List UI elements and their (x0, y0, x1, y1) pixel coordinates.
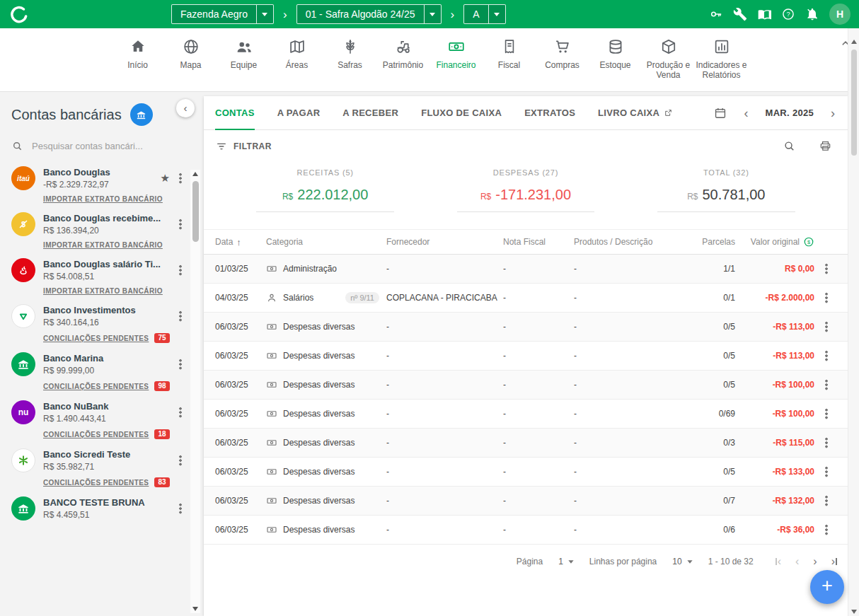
row-options-icon[interactable] (825, 321, 828, 332)
nav-item-safras[interactable]: Safras (324, 37, 376, 81)
row-options-icon[interactable] (825, 524, 828, 535)
current-period[interactable]: MAR. 2025 (766, 107, 814, 118)
conciliacoes-pendentes-link[interactable]: CONCILIAÇÕES PENDENTES (43, 479, 149, 487)
conciliacoes-pendentes-link[interactable]: CONCILIAÇÕES PENDENTES (43, 335, 149, 342)
unit-selector[interactable]: A (463, 4, 505, 24)
bank-account-banco-investimentos[interactable]: Banco Investimentos R$ 340.164,16 CONCIL… (11, 304, 182, 343)
tab-a-receber[interactable]: A RECEBER (342, 96, 398, 130)
bank-account-banco-teste-bruna[interactable]: BANCO TESTE BRUNA R$ 4.459,51 (11, 496, 182, 521)
column-header-fornecedor[interactable]: Fornecedor (386, 237, 503, 247)
more-options-icon[interactable] (179, 219, 182, 230)
next-month-button[interactable]: › (831, 107, 835, 120)
transaction-row[interactable]: 06/03/25 Despesas diversas - - - 0/5 -R$… (204, 458, 848, 487)
user-avatar[interactable]: H (829, 4, 851, 25)
rows-per-page-select[interactable]: 10 (672, 557, 692, 566)
first-page-button[interactable]: ‹ (775, 556, 781, 567)
row-options-icon[interactable] (825, 495, 828, 506)
row-options-icon[interactable] (825, 350, 828, 361)
column-header-data[interactable]: Data↑ (215, 237, 266, 248)
aegro-logo-icon[interactable] (8, 4, 30, 25)
transaction-row[interactable]: 04/03/25 Saláriosnº 9/11 COPLACANA - PIR… (204, 284, 848, 313)
previous-month-button[interactable]: ‹ (744, 107, 749, 120)
importar-extrato-bancario-link[interactable]: IMPORTAR EXTRATO BANCÁRIO (43, 195, 163, 203)
chevron-down-icon[interactable] (424, 5, 441, 23)
tab-fluxo-de-caixa[interactable]: FLUXO DE CAIXA (421, 96, 502, 130)
row-options-icon[interactable] (825, 263, 828, 274)
scroll-up-icon[interactable] (851, 40, 857, 44)
conciliacoes-pendentes-link[interactable]: CONCILIAÇÕES PENDENTES (43, 431, 149, 438)
chevron-down-icon[interactable] (488, 5, 505, 23)
tab-livro-caixa[interactable]: LIVRO CAIXA (598, 96, 673, 130)
farm-selector[interactable]: Fazenda Aegro (171, 4, 274, 24)
nav-item-estoque[interactable]: Estoque (589, 37, 641, 81)
more-options-icon[interactable] (179, 503, 182, 514)
notifications-off-icon[interactable] (805, 7, 819, 21)
conciliacoes-pendentes-link[interactable]: CONCILIAÇÕES PENDENTES (43, 383, 149, 390)
page-select[interactable]: 1 (558, 557, 574, 566)
bank-account-banco-sicredi-teste[interactable]: Banco Sicredi Teste R$ 35.982,71 CONCILI… (11, 448, 182, 487)
importar-extrato-bancario-link[interactable]: IMPORTAR EXTRATO BANCÁRIO (43, 287, 163, 295)
bank-account-banco-douglas-salario-ti[interactable]: Banco Douglas salário Ti... R$ 54.008,51… (11, 258, 182, 295)
bank-account-banco-douglas[interactable]: itaú Banco Douglas -R$ 2.329.732,97 ★ IM… (11, 166, 182, 203)
scrollbar-thumb[interactable] (851, 50, 857, 156)
collapse-sidebar-button[interactable]: ‹ (176, 99, 195, 117)
filter-button[interactable]: FILTRAR (215, 140, 272, 153)
more-options-icon[interactable] (179, 173, 182, 184)
nav-item-producao-e-venda[interactable]: Produção e Venda (642, 37, 694, 81)
more-options-icon[interactable] (179, 407, 182, 418)
nav-item-equipe[interactable]: Equipe (218, 37, 270, 81)
help-icon[interactable]: ? (781, 7, 795, 21)
importar-extrato-bancario-link[interactable]: IMPORTAR EXTRATO BANCÁRIO (43, 241, 163, 249)
row-options-icon[interactable] (825, 292, 828, 303)
row-options-icon[interactable] (825, 466, 828, 477)
row-options-icon[interactable] (825, 437, 828, 448)
search-accounts-input[interactable] (32, 141, 166, 151)
last-page-button[interactable]: › (831, 556, 838, 567)
star-icon[interactable]: ★ (161, 172, 170, 185)
bank-transfer-icon[interactable] (130, 103, 153, 126)
column-header-nota-fiscal[interactable]: Nota Fiscal (503, 237, 574, 247)
calendar-icon[interactable] (713, 106, 727, 120)
tab-contas[interactable]: CONTAS (215, 96, 255, 130)
nav-item-compras[interactable]: Compras (536, 37, 588, 81)
more-options-icon[interactable] (179, 310, 182, 322)
column-header-produtos[interactable]: Produtos / Descrição (574, 237, 680, 247)
season-selector[interactable]: 01 - Safra Algodão 24/25 (296, 4, 442, 24)
next-page-button[interactable]: › (813, 556, 817, 567)
row-options-icon[interactable] (825, 408, 828, 419)
scroll-down-icon[interactable] (851, 610, 857, 614)
nav-item-fiscal[interactable]: Fiscal (483, 37, 535, 81)
wrench-icon[interactable] (733, 7, 747, 21)
nav-item-inicio[interactable]: Início (112, 37, 163, 81)
nav-item-patrimonio[interactable]: Patrimônio (377, 37, 429, 81)
transaction-row[interactable]: 01/03/25 Administração - - - 1/1 R$ 0,00 (204, 255, 848, 284)
tab-extratos[interactable]: EXTRATOS (524, 96, 575, 130)
column-header-categoria[interactable]: Categoria (266, 237, 386, 247)
nav-item-mapa[interactable]: Mapa (165, 37, 217, 81)
nav-item-areas[interactable]: Áreas (271, 37, 323, 81)
transaction-row[interactable]: 06/03/25 Despesas diversas - - - 0/3 -R$… (204, 429, 848, 458)
row-options-icon[interactable] (825, 379, 828, 390)
bank-account-banco-douglas-recebime[interactable]: $ Banco Douglas recebime... R$ 136.394,2… (11, 212, 182, 249)
bank-account-banco-marina[interactable]: Banco Marina R$ 99.999,00 CONCILIAÇÕES P… (11, 352, 182, 391)
nav-item-financeiro[interactable]: Financeiro (430, 37, 482, 81)
bank-account-banco-nubank[interactable]: nu Banco NuBank R$ 1.490.443,41 CONCILIA… (11, 400, 182, 439)
sidebar-scrollbar[interactable] (190, 170, 200, 613)
book-icon[interactable] (757, 7, 771, 21)
chevron-down-icon[interactable] (256, 5, 273, 23)
more-options-icon[interactable] (179, 359, 182, 370)
add-transaction-button[interactable]: + (810, 570, 844, 604)
more-options-icon[interactable] (179, 265, 182, 276)
transaction-row[interactable]: 06/03/25 Despesas diversas - - - 0/69 -R… (204, 400, 848, 429)
previous-page-button[interactable]: ‹ (795, 556, 799, 567)
transaction-row[interactable]: 06/03/25 Despesas diversas - - - 0/5 -R$… (204, 371, 848, 400)
column-header-parcelas[interactable]: Parcelas (680, 237, 735, 247)
transaction-row[interactable]: 06/03/25 Despesas diversas - - - 0/5 -R$… (204, 342, 848, 371)
transaction-row[interactable]: 06/03/25 Despesas diversas - - - 0/7 -R$… (204, 487, 848, 516)
transaction-row[interactable]: 06/03/25 Despesas diversas - - - 0/5 -R$… (204, 313, 848, 342)
search-icon[interactable] (783, 139, 796, 153)
key-icon[interactable] (709, 7, 723, 21)
print-icon[interactable] (819, 139, 832, 153)
scrollbar-thumb[interactable] (192, 181, 199, 242)
tab-a-pagar[interactable]: A PAGAR (277, 96, 321, 130)
